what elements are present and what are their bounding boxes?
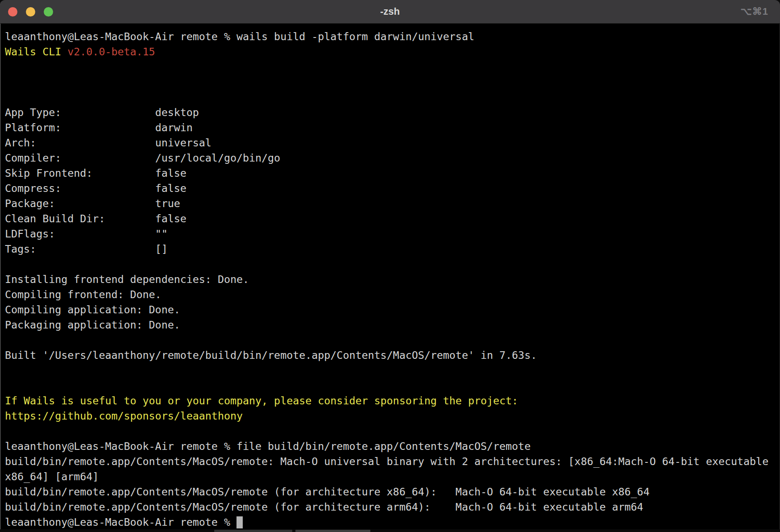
background-window-blurred-text <box>295 530 370 532</box>
terminal-line: x86_64] [arm64] <box>5 469 773 484</box>
terminal-line <box>5 59 773 75</box>
terminal-line: Compiling application: Done. <box>5 302 773 317</box>
terminal-line: https://github.com/sponsors/leaanthony <box>5 408 773 424</box>
window-titlebar[interactable]: -zsh ⌥⌘1 <box>0 0 780 24</box>
terminal-line: leaanthony@Leas-MacBook-Air remote % <box>5 515 773 530</box>
terminal-line <box>5 332 773 348</box>
terminal-line: build/bin/remote.app/Contents/MacOS/remo… <box>5 499 773 515</box>
text-segment: Compiler: <box>5 152 155 164</box>
text-segment: /usr/local/go/bin/go <box>155 152 281 164</box>
window-title: -zsh <box>0 6 780 17</box>
text-segment: x86_64] [arm64] <box>5 470 99 482</box>
terminal-line <box>5 378 773 393</box>
terminal-window: -zsh ⌥⌘1 leaanthony@Leas-MacBook-Air rem… <box>0 0 780 529</box>
terminal-line: Clean Build Dir: false <box>5 211 773 226</box>
text-segment: Clean Build Dir: <box>5 212 155 224</box>
text-segment: If Wails is useful to you or your compan… <box>5 395 518 407</box>
terminal-line: build/bin/remote.app/Contents/MacOS/remo… <box>5 454 773 469</box>
text-segment: leaanthony@Leas-MacBook-Air remote % fil… <box>5 440 531 452</box>
terminal-line <box>5 424 773 439</box>
text-segment: build/bin/remote.app/Contents/MacOS/remo… <box>5 501 643 513</box>
terminal-line: Compress: false <box>5 181 773 196</box>
text-segment: Built '/Users/leaanthony/remote/build/bi… <box>5 349 537 361</box>
terminal-line <box>5 257 773 272</box>
terminal-output[interactable]: leaanthony@Leas-MacBook-Air remote % wai… <box>0 24 780 530</box>
text-segment: Skip Frontend: <box>5 167 155 179</box>
terminal-line: Installing frontend dependencies: Done. <box>5 272 773 287</box>
terminal-line: Wails CLI v2.0.0-beta.15 <box>5 44 773 59</box>
text-segment: Platform: <box>5 121 155 133</box>
background-window-blurred-text <box>214 530 292 532</box>
text-segment: Compiling application: Done. <box>5 303 180 316</box>
text-segment: false <box>155 212 187 224</box>
terminal-line: Built '/Users/leaanthony/remote/build/bi… <box>5 348 773 363</box>
text-segment: v2.0.0-beta.15 <box>67 46 155 58</box>
terminal-cursor <box>236 516 243 528</box>
text-segment: leaanthony@Leas-MacBook-Air remote % <box>5 516 236 528</box>
text-segment: Packaging application: Done. <box>5 319 180 331</box>
text-segment: App Type: <box>5 106 155 118</box>
terminal-line: Platform: darwin <box>5 120 773 135</box>
text-segment: false <box>155 182 187 194</box>
terminal-line: Skip Frontend: false <box>5 166 773 181</box>
terminal-line <box>5 75 773 90</box>
text-segment: [] <box>155 243 168 255</box>
text-segment: Installing frontend dependencies: Done. <box>5 273 249 285</box>
terminal-line <box>5 90 773 105</box>
text-segment: Tags: <box>5 243 155 255</box>
terminal-line: LDFlags: "" <box>5 226 773 241</box>
text-segment: false <box>155 167 187 179</box>
terminal-line: Arch: universal <box>5 135 773 150</box>
text-segment: Package: <box>5 197 155 209</box>
text-segment: Wails CLI <box>5 46 67 58</box>
text-segment: Arch: <box>5 137 155 149</box>
text-segment: build/bin/remote.app/Contents/MacOS/remo… <box>5 486 650 498</box>
text-segment: desktop <box>155 106 199 118</box>
terminal-line: Compiler: /usr/local/go/bin/go <box>5 150 773 166</box>
terminal-line: If Wails is useful to you or your compan… <box>5 393 773 408</box>
text-segment: universal <box>155 137 212 149</box>
terminal-line: Compiling frontend: Done. <box>5 287 773 302</box>
text-segment: darwin <box>155 121 193 133</box>
text-segment: build/bin/remote.app/Contents/MacOS/remo… <box>5 455 768 467</box>
text-segment: leaanthony@Leas-MacBook-Air remote % wai… <box>5 30 474 42</box>
terminal-line: Tags: [] <box>5 241 773 257</box>
window-shortcut-hint: ⌥⌘1 <box>740 6 768 17</box>
terminal-line <box>5 363 773 378</box>
text-segment: Compiling frontend: Done. <box>5 288 162 300</box>
terminal-line: Packaging application: Done. <box>5 317 773 332</box>
terminal-line: leaanthony@Leas-MacBook-Air remote % wai… <box>5 29 773 44</box>
text-segment: Compress: <box>5 182 155 194</box>
terminal-line: App Type: desktop <box>5 105 773 120</box>
text-segment: https://github.com/sponsors/leaanthony <box>5 410 243 422</box>
text-segment: true <box>155 197 180 209</box>
background-window-sliver <box>0 529 780 532</box>
text-segment: "" <box>155 228 168 240</box>
text-segment: LDFlags: <box>5 228 155 240</box>
terminal-line: leaanthony@Leas-MacBook-Air remote % fil… <box>5 439 773 454</box>
terminal-line: Package: true <box>5 196 773 211</box>
terminal-line: build/bin/remote.app/Contents/MacOS/remo… <box>5 484 773 499</box>
